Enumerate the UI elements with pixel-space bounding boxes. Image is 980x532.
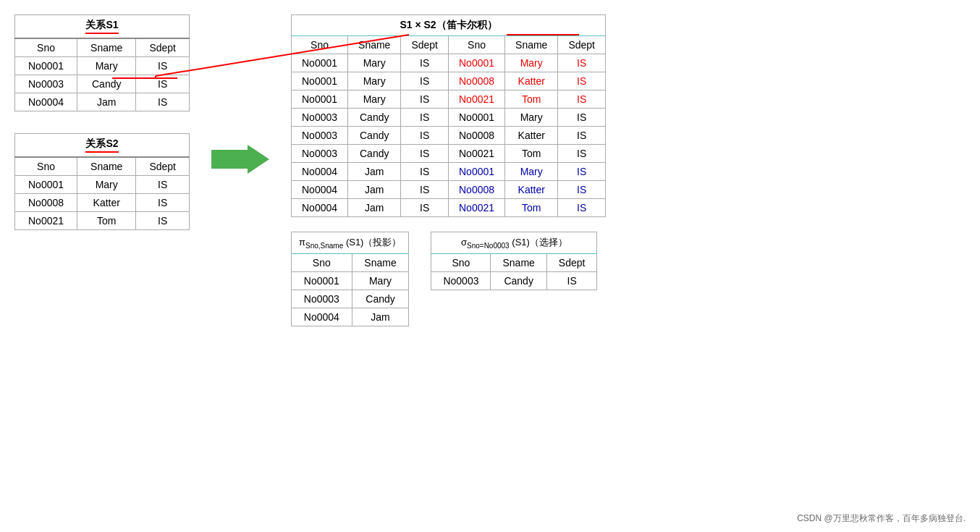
selection-title: σSno=No0003 (S1)（选择）: [431, 232, 597, 254]
table-row: No0001 Mary IS No0021 Tom IS: [292, 90, 606, 109]
s2-col-sname: Sname: [77, 157, 136, 176]
selection-table-container: σSno=No0003 (S1)（选择） Sno Sname Sdept No0…: [431, 232, 597, 290]
footer-text: CSDN @万里悲秋常作客，百年多病独登台.: [797, 512, 966, 525]
table-row: No0004 Jam IS No0008 Katter IS: [292, 181, 606, 199]
product-table: S1 × S2（笛卡尔积） Sno Sname Sdept Sno Sname …: [291, 14, 606, 217]
table-row: No0004 Jam: [292, 308, 409, 326]
prod-col-sname2: Sname: [505, 36, 558, 54]
table-row: No0004 Jam IS: [15, 93, 190, 111]
s1-table: 关系S1 Sno Sname Sdept No0001 Mary IS N: [14, 14, 190, 111]
s2-title: 关系S2: [15, 134, 190, 158]
s1-col-sname: Sname: [77, 38, 136, 57]
projection-title: πSno,Sname (S1)（投影）: [292, 232, 409, 254]
table-row: No0003 Candy IS No0008 Katter IS: [292, 127, 606, 145]
s1-relation-container: 关系S1 Sno Sname Sdept No0001 Mary IS N: [14, 14, 190, 111]
table-row: No0003 Candy IS No0021 Tom IS: [292, 145, 606, 163]
sel-col-sdept: Sdept: [546, 253, 597, 271]
table-row: No0003 Candy IS No0001 Mary IS: [292, 109, 606, 127]
s1-col-sdept: Sdept: [136, 38, 190, 57]
arrow-container: [211, 145, 269, 174]
s2-col-sdept: Sdept: [136, 157, 190, 176]
selection-table: σSno=No0003 (S1)（选择） Sno Sname Sdept No0…: [431, 232, 597, 290]
table-row: No0003 Candy: [292, 290, 409, 308]
prod-col-sno1: Sno: [292, 36, 348, 54]
table-row: No0001 Mary IS: [15, 57, 190, 75]
s1-title: 关系S1: [15, 15, 190, 39]
table-row: No0001 Mary IS No0001 Mary IS: [292, 54, 606, 72]
s2-table: 关系S2 Sno Sname Sdept No0001 Mary IS N: [14, 133, 190, 230]
table-row: No0003 Candy IS: [431, 271, 597, 290]
table-row: No0001 Mary IS No0008 Katter IS: [292, 72, 606, 90]
proj-col-sname: Sname: [352, 253, 409, 271]
prod-col-sdept1: Sdept: [401, 36, 449, 54]
table-row: No0004 Jam IS No0001 Mary IS: [292, 163, 606, 181]
table-row: No0008 Katter IS: [15, 194, 190, 212]
product-table-container: S1 × S2（笛卡尔积） Sno Sname Sdept Sno Sname …: [291, 14, 966, 217]
table-row: No0004 Jam IS No0021 Tom IS: [292, 199, 606, 217]
s2-relation-container: 关系S2 Sno Sname Sdept No0001 Mary IS N: [14, 133, 190, 230]
table-row: No0021 Tom IS: [15, 212, 190, 230]
sel-col-sno: Sno: [431, 253, 491, 271]
sel-col-sname: Sname: [491, 253, 546, 271]
product-title: S1 × S2（笛卡尔积）: [292, 15, 606, 36]
table-row: No0003 Candy IS: [15, 75, 190, 93]
prod-col-sname1: Sname: [348, 36, 401, 54]
table-row: No0001 Mary IS: [15, 176, 190, 194]
table-row: No0001 Mary: [292, 271, 409, 290]
prod-col-sno2: Sno: [449, 36, 505, 54]
s2-col-sno: Sno: [15, 157, 77, 176]
projection-table-container: πSno,Sname (S1)（投影） Sno Sname No0001 Mar…: [291, 232, 409, 326]
proj-col-sno: Sno: [292, 253, 352, 271]
s1-col-sno: Sno: [15, 38, 77, 57]
prod-col-sdept2: Sdept: [558, 36, 606, 54]
projection-table: πSno,Sname (S1)（投影） Sno Sname No0001 Mar…: [291, 232, 409, 326]
